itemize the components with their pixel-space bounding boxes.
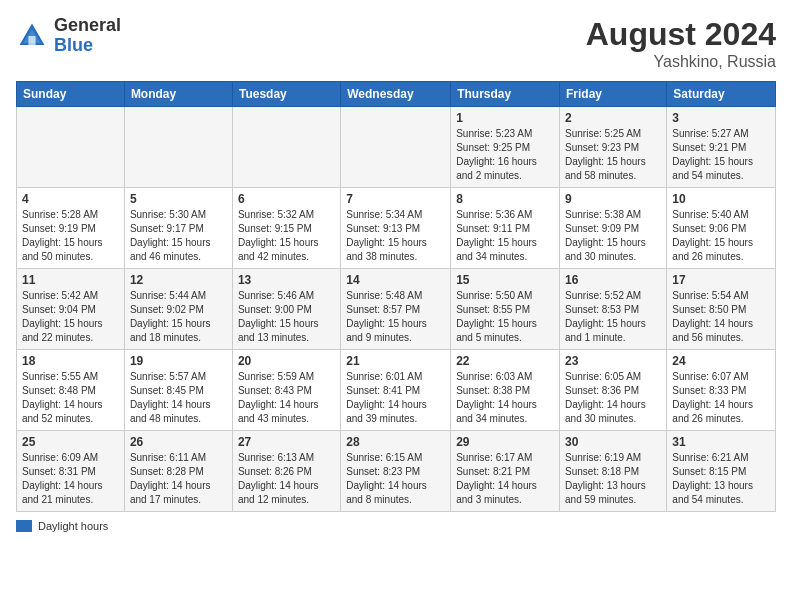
day-cell: 29Sunrise: 6:17 AMSunset: 8:21 PMDayligh… [451, 431, 560, 512]
day-number: 28 [346, 435, 445, 449]
day-cell: 6Sunrise: 5:32 AMSunset: 9:15 PMDaylight… [232, 188, 340, 269]
day-number: 22 [456, 354, 554, 368]
day-cell: 30Sunrise: 6:19 AMSunset: 8:18 PMDayligh… [560, 431, 667, 512]
day-number: 15 [456, 273, 554, 287]
day-cell: 8Sunrise: 5:36 AMSunset: 9:11 PMDaylight… [451, 188, 560, 269]
legend: Daylight hours [16, 520, 776, 532]
day-cell: 12Sunrise: 5:44 AMSunset: 9:02 PMDayligh… [124, 269, 232, 350]
day-cell: 28Sunrise: 6:15 AMSunset: 8:23 PMDayligh… [341, 431, 451, 512]
day-info: Sunrise: 6:11 AMSunset: 8:28 PMDaylight:… [130, 451, 227, 507]
day-cell: 21Sunrise: 6:01 AMSunset: 8:41 PMDayligh… [341, 350, 451, 431]
day-header-friday: Friday [560, 82, 667, 107]
day-header-saturday: Saturday [667, 82, 776, 107]
day-number: 2 [565, 111, 661, 125]
day-cell [17, 107, 125, 188]
day-header-tuesday: Tuesday [232, 82, 340, 107]
day-number: 18 [22, 354, 119, 368]
day-number: 23 [565, 354, 661, 368]
day-number: 20 [238, 354, 335, 368]
day-info: Sunrise: 5:57 AMSunset: 8:45 PMDaylight:… [130, 370, 227, 426]
logo-text: General Blue [54, 16, 121, 56]
week-row-2: 11Sunrise: 5:42 AMSunset: 9:04 PMDayligh… [17, 269, 776, 350]
day-cell: 26Sunrise: 6:11 AMSunset: 8:28 PMDayligh… [124, 431, 232, 512]
day-number: 5 [130, 192, 227, 206]
day-cell: 20Sunrise: 5:59 AMSunset: 8:43 PMDayligh… [232, 350, 340, 431]
day-header-thursday: Thursday [451, 82, 560, 107]
day-cell: 16Sunrise: 5:52 AMSunset: 8:53 PMDayligh… [560, 269, 667, 350]
day-cell: 23Sunrise: 6:05 AMSunset: 8:36 PMDayligh… [560, 350, 667, 431]
day-info: Sunrise: 5:40 AMSunset: 9:06 PMDaylight:… [672, 208, 770, 264]
page: General Blue August 2024 Yashkino, Russi… [0, 0, 792, 542]
day-cell: 3Sunrise: 5:27 AMSunset: 9:21 PMDaylight… [667, 107, 776, 188]
week-row-3: 18Sunrise: 5:55 AMSunset: 8:48 PMDayligh… [17, 350, 776, 431]
day-info: Sunrise: 5:50 AMSunset: 8:55 PMDaylight:… [456, 289, 554, 345]
day-number: 10 [672, 192, 770, 206]
day-info: Sunrise: 5:27 AMSunset: 9:21 PMDaylight:… [672, 127, 770, 183]
day-info: Sunrise: 5:44 AMSunset: 9:02 PMDaylight:… [130, 289, 227, 345]
day-cell: 17Sunrise: 5:54 AMSunset: 8:50 PMDayligh… [667, 269, 776, 350]
week-row-4: 25Sunrise: 6:09 AMSunset: 8:31 PMDayligh… [17, 431, 776, 512]
day-info: Sunrise: 5:46 AMSunset: 9:00 PMDaylight:… [238, 289, 335, 345]
day-info: Sunrise: 5:42 AMSunset: 9:04 PMDaylight:… [22, 289, 119, 345]
day-info: Sunrise: 6:15 AMSunset: 8:23 PMDaylight:… [346, 451, 445, 507]
week-row-0: 1Sunrise: 5:23 AMSunset: 9:25 PMDaylight… [17, 107, 776, 188]
day-header-sunday: Sunday [17, 82, 125, 107]
day-cell [232, 107, 340, 188]
logo: General Blue [16, 16, 121, 56]
day-cell: 19Sunrise: 5:57 AMSunset: 8:45 PMDayligh… [124, 350, 232, 431]
calendar-table: SundayMondayTuesdayWednesdayThursdayFrid… [16, 81, 776, 512]
day-info: Sunrise: 6:03 AMSunset: 8:38 PMDaylight:… [456, 370, 554, 426]
day-info: Sunrise: 6:13 AMSunset: 8:26 PMDaylight:… [238, 451, 335, 507]
day-number: 11 [22, 273, 119, 287]
day-number: 17 [672, 273, 770, 287]
day-cell: 11Sunrise: 5:42 AMSunset: 9:04 PMDayligh… [17, 269, 125, 350]
calendar-header-row: SundayMondayTuesdayWednesdayThursdayFrid… [17, 82, 776, 107]
location: Yashkino, Russia [586, 53, 776, 71]
day-cell [341, 107, 451, 188]
day-number: 13 [238, 273, 335, 287]
day-header-monday: Monday [124, 82, 232, 107]
month-year: August 2024 [586, 16, 776, 53]
day-cell: 24Sunrise: 6:07 AMSunset: 8:33 PMDayligh… [667, 350, 776, 431]
day-info: Sunrise: 5:34 AMSunset: 9:13 PMDaylight:… [346, 208, 445, 264]
day-number: 6 [238, 192, 335, 206]
day-info: Sunrise: 6:05 AMSunset: 8:36 PMDaylight:… [565, 370, 661, 426]
day-info: Sunrise: 5:36 AMSunset: 9:11 PMDaylight:… [456, 208, 554, 264]
day-info: Sunrise: 6:09 AMSunset: 8:31 PMDaylight:… [22, 451, 119, 507]
day-cell: 1Sunrise: 5:23 AMSunset: 9:25 PMDaylight… [451, 107, 560, 188]
header: General Blue August 2024 Yashkino, Russi… [16, 16, 776, 71]
day-cell: 9Sunrise: 5:38 AMSunset: 9:09 PMDaylight… [560, 188, 667, 269]
day-info: Sunrise: 5:28 AMSunset: 9:19 PMDaylight:… [22, 208, 119, 264]
day-info: Sunrise: 5:38 AMSunset: 9:09 PMDaylight:… [565, 208, 661, 264]
day-cell: 22Sunrise: 6:03 AMSunset: 8:38 PMDayligh… [451, 350, 560, 431]
day-info: Sunrise: 5:23 AMSunset: 9:25 PMDaylight:… [456, 127, 554, 183]
logo-blue: Blue [54, 35, 93, 55]
day-number: 14 [346, 273, 445, 287]
day-number: 25 [22, 435, 119, 449]
legend-box [16, 520, 32, 532]
day-info: Sunrise: 5:25 AMSunset: 9:23 PMDaylight:… [565, 127, 661, 183]
day-info: Sunrise: 6:17 AMSunset: 8:21 PMDaylight:… [456, 451, 554, 507]
day-cell: 25Sunrise: 6:09 AMSunset: 8:31 PMDayligh… [17, 431, 125, 512]
day-number: 26 [130, 435, 227, 449]
day-number: 30 [565, 435, 661, 449]
day-info: Sunrise: 5:52 AMSunset: 8:53 PMDaylight:… [565, 289, 661, 345]
day-info: Sunrise: 6:19 AMSunset: 8:18 PMDaylight:… [565, 451, 661, 507]
day-cell: 4Sunrise: 5:28 AMSunset: 9:19 PMDaylight… [17, 188, 125, 269]
day-number: 24 [672, 354, 770, 368]
day-number: 31 [672, 435, 770, 449]
day-number: 16 [565, 273, 661, 287]
day-cell: 31Sunrise: 6:21 AMSunset: 8:15 PMDayligh… [667, 431, 776, 512]
day-number: 19 [130, 354, 227, 368]
day-cell: 27Sunrise: 6:13 AMSunset: 8:26 PMDayligh… [232, 431, 340, 512]
day-info: Sunrise: 5:48 AMSunset: 8:57 PMDaylight:… [346, 289, 445, 345]
day-cell: 15Sunrise: 5:50 AMSunset: 8:55 PMDayligh… [451, 269, 560, 350]
day-number: 1 [456, 111, 554, 125]
svg-rect-2 [28, 36, 35, 45]
legend-label: Daylight hours [38, 520, 108, 532]
day-info: Sunrise: 5:32 AMSunset: 9:15 PMDaylight:… [238, 208, 335, 264]
day-info: Sunrise: 5:55 AMSunset: 8:48 PMDaylight:… [22, 370, 119, 426]
logo-icon [16, 20, 48, 52]
day-header-wednesday: Wednesday [341, 82, 451, 107]
day-info: Sunrise: 6:07 AMSunset: 8:33 PMDaylight:… [672, 370, 770, 426]
